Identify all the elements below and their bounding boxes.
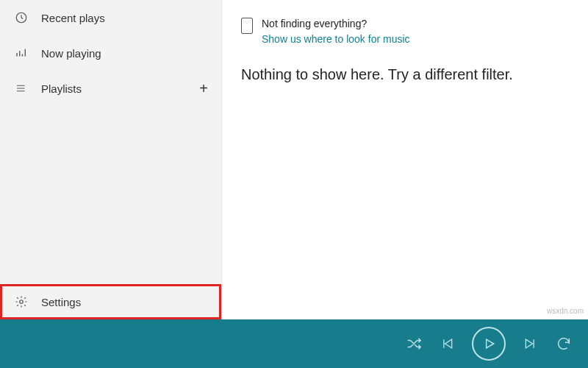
sidebar-item-label: Now playing: [41, 47, 101, 60]
empty-state-message: Nothing to show here. Try a different fi…: [241, 66, 569, 83]
sidebar-item-now-playing[interactable]: Now playing: [0, 35, 221, 71]
device-icon: [241, 18, 253, 34]
music-location-hint: Not finding everything? Show us where to…: [241, 16, 569, 47]
sidebar-item-settings[interactable]: Settings: [0, 284, 221, 319]
play-button[interactable]: [472, 327, 506, 361]
watermark: wsxdn.com: [547, 307, 584, 315]
hint-link[interactable]: Show us where to look for music: [262, 32, 410, 47]
svg-point-1: [20, 300, 24, 304]
sidebar-item-label: Settings: [41, 296, 81, 308]
sidebar-item-playlists[interactable]: Playlists +: [0, 71, 221, 106]
gear-icon: [13, 295, 29, 308]
player-bar: [0, 319, 588, 368]
add-playlist-button[interactable]: +: [199, 80, 208, 97]
sidebar-item-recent-plays[interactable]: Recent plays: [0, 0, 221, 35]
next-button[interactable]: [523, 336, 538, 351]
now-playing-icon: [13, 46, 29, 60]
sidebar-item-label: Recent plays: [41, 12, 105, 24]
content-pane: Not finding everything? Show us where to…: [222, 0, 588, 319]
shuffle-button[interactable]: [406, 336, 422, 352]
clock-icon: [13, 11, 29, 24]
sidebar-item-label: Playlists: [41, 82, 82, 95]
repeat-button[interactable]: [556, 336, 572, 352]
sidebar: Recent plays Now playing Playlists +: [0, 0, 222, 319]
playlist-icon: [13, 82, 29, 95]
hint-title: Not finding everything?: [262, 16, 410, 32]
previous-button[interactable]: [440, 336, 454, 351]
